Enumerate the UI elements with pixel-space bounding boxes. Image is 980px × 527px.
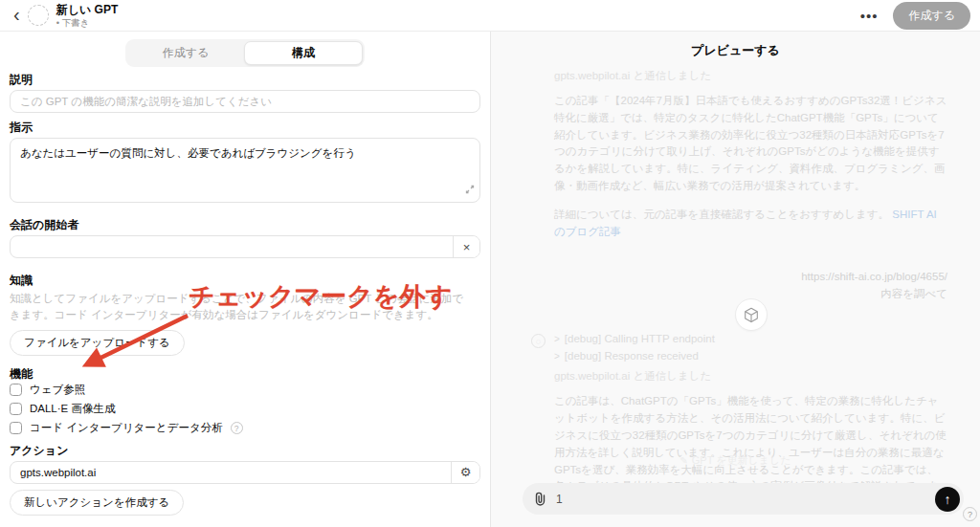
capability-row-dalle: DALL·E 画像生成 [10, 402, 480, 417]
editor-tabs: 作成する 構成 [125, 39, 365, 67]
code-interpreter-checkbox[interactable] [10, 422, 22, 434]
starter-field-wrap: × [10, 235, 480, 258]
description-field-wrap [10, 90, 480, 113]
instructions-textarea[interactable]: あなたはユーザーの質問に対し、必要であればブラウジングを行う [11, 139, 479, 202]
knowledge-label: 知識 [10, 274, 480, 287]
more-options-icon[interactable]: ••• [860, 8, 879, 24]
instructions-field-wrap: あなたはユーザーの質問に対し、必要であればブラウジングを行う [10, 138, 480, 203]
arrow-up-icon: ↑ [945, 493, 951, 506]
pencil-icon: ✎ [679, 455, 687, 466]
user-message: https://shift-ai.co.jp/blog/4655/ 内容を調べて [554, 268, 947, 303]
instructions-label: 指示 [10, 121, 480, 134]
tab-create[interactable]: 作成する [127, 41, 244, 65]
chat-input[interactable] [554, 492, 935, 507]
knowledge-description: 知識としてファイルをアップロードすることで、ファイルの内容を GPT との会話に… [10, 291, 469, 324]
back-icon[interactable]: ‹ [13, 5, 20, 24]
paperclip-icon[interactable] [534, 492, 546, 506]
info-icon[interactable]: ? [231, 422, 243, 434]
create-button[interactable]: 作成する [893, 2, 970, 30]
debug-block: ◌ >[debug] Calling HTTP endpoint >[debug… [554, 333, 947, 362]
configure-panel: 作成する 構成 説明 指示 あなたはユーザーの質問に対し、必要であればブラウジン… [0, 32, 490, 527]
gpt-placeholder-badge [735, 298, 768, 331]
capabilities-label: 機能 [10, 367, 480, 381]
tab-configure[interactable]: 構成 [244, 41, 363, 65]
web-browsing-checkbox[interactable] [10, 384, 22, 396]
page-title: 新しい GPT [56, 3, 119, 16]
cube-icon [744, 307, 759, 323]
capability-label: DALL·E 画像生成 [30, 402, 115, 416]
capability-row-web-browsing: ウェブ参照 [10, 383, 480, 398]
assistant-message: この記事「【2024年7月版】日本語でも使えるおすすめのGPTs32選！ビジネス… [554, 93, 947, 195]
preview-panel: プレビューする gpts.webpilot.ai と通信しました この記事「【2… [490, 32, 980, 527]
debug-row[interactable]: >[debug] Calling HTTP endpoint [554, 333, 947, 344]
debug-row[interactable]: >[debug] Response received [554, 350, 947, 362]
chevron-right-icon: > [554, 334, 560, 344]
expand-icon[interactable] [465, 181, 475, 198]
help-icon[interactable]: ? [963, 507, 977, 521]
action-row: gpts.webpilot.ai ⚙ [10, 461, 480, 484]
action-name: gpts.webpilot.ai [11, 462, 451, 483]
preview-title: プレビューする [491, 32, 980, 65]
gpt-avatar[interactable] [28, 5, 49, 26]
assistant-message: 詳細については、元の記事を直接確認することをおすすめします。 SHIFT AIの… [554, 207, 947, 241]
description-label: 説明 [10, 73, 480, 86]
actions-label: アクション [10, 444, 480, 457]
action-status: gpts.webpilot.ai と通信しました [554, 69, 947, 83]
clear-starter-icon[interactable]: × [453, 236, 479, 257]
capability-label: コード インタープリターとデータ分析 [30, 421, 223, 435]
starters-label: 会話の開始者 [10, 218, 480, 231]
gpt-title-block: 新しい GPT • 下書き [56, 3, 119, 28]
upload-files-button[interactable]: ファイルをアップロードする [10, 330, 185, 356]
send-button[interactable]: ↑ [935, 487, 960, 512]
chevron-right-icon: > [554, 351, 560, 362]
new-action-button[interactable]: 新しいアクションを作成する [10, 490, 184, 516]
description-input[interactable] [11, 96, 479, 107]
capability-label: ウェブ参照 [30, 383, 85, 397]
action-status: gpts.webpilot.ai と通信しました [554, 369, 947, 384]
action-avatar-icon: ◌ [531, 334, 546, 348]
starter-input[interactable] [11, 241, 453, 253]
gear-icon[interactable]: ⚙ [451, 462, 479, 483]
preview-chat: gpts.webpilot.ai と通信しました この記事「【2024年7月版】… [491, 69, 980, 513]
capability-row-code-interpreter: コード インタープリターとデータ分析 ? [10, 421, 480, 436]
gpt-updated-notice: ✎GPT を更新しました [491, 453, 980, 468]
message-composer: ↑ [523, 483, 964, 515]
draft-status: • 下書き [56, 17, 119, 28]
top-header: ‹ 新しい GPT • 下書き ••• 作成する [0, 0, 980, 32]
dalle-checkbox[interactable] [10, 403, 22, 415]
